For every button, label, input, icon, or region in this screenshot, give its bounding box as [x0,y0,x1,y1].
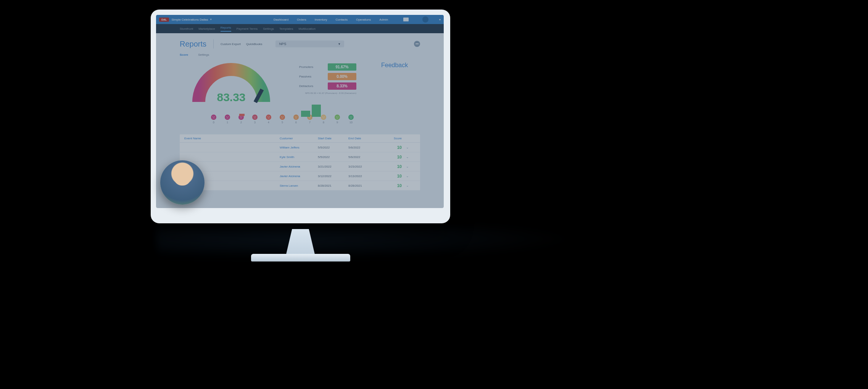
svg-point-3 [226,116,227,117]
svg-point-18 [324,116,325,117]
page-title: Reports [180,40,206,48]
svg-point-8 [255,116,256,117]
face-0-icon [211,115,216,120]
face-5-icon [280,115,285,120]
face-label: 2 [238,121,244,124]
inbox-icon[interactable] [403,18,409,21]
feedback-heading: Feedback [381,62,408,69]
cell-customer[interactable]: Javier Alcinena [280,165,318,168]
testimonial-avatar [160,160,205,205]
tab-settings[interactable]: Settings [198,53,209,56]
subnav-marketplace[interactable]: Marketplace [198,27,215,31]
report-type-select[interactable]: NPS ▾ [275,40,344,47]
subnav-reports[interactable]: Reports [221,26,231,32]
stat-value: 0.00% [328,73,356,80]
col-customer[interactable]: Customer [280,137,318,140]
face-label: 9 [335,121,340,124]
cell-end: 8/28/2021 [348,184,379,187]
nav-dashboard[interactable]: Dashboard [274,18,288,21]
expand-row-icon[interactable]: ⌄ [402,165,413,168]
subnav-payment-terms[interactable]: Payment Terms [237,27,258,31]
svg-point-22 [351,116,352,117]
nav-operations[interactable]: Operations [356,18,371,21]
expand-row-icon[interactable]: ⌄ [402,145,413,149]
monitor-stand-neck [280,229,322,256]
col-end-date[interactable]: End Date [348,137,379,140]
face-label: 3 [252,121,258,124]
face-label: 6 [293,121,299,124]
cell-start: 3/21/2022 [318,165,348,168]
hist-bar-10 [312,105,321,117]
cell-score: 10 [379,183,402,188]
stat-value: 8.33% [328,82,356,90]
report-tabs: Score Settings [156,52,444,58]
cell-start: 5/5/2022 [318,146,348,149]
cell-start: 8/28/2021 [318,184,348,187]
table-row[interactable]: HIGH PEAK Sierra Larsen 8/28/2021 8/28/2… [180,181,420,190]
gauge-value: 83.33 [191,91,271,104]
subnav-templates[interactable]: Templates [279,27,293,31]
monitor-stand-base [251,254,350,261]
cell-end: 5/6/2022 [348,155,379,159]
topbar: DAL Simple Celebrations Dallas ▾ Dashboa… [156,15,444,24]
cell-end: 5/6/2022 [348,146,379,149]
cell-customer[interactable]: William Jeffers [280,146,318,149]
table-row[interactable]: William Jeffers 5/5/2022 5/6/2022 10 ⌄ [180,143,420,152]
cell-customer[interactable]: Sierra Larsen [280,184,318,187]
nav-inventory[interactable]: Inventory [315,18,327,21]
nps-formula: NPS 83.33 = 91.67 (Promoters) - 8.33 (De… [299,92,356,94]
stat-label: Detractors [299,84,328,88]
user-menu-chevron-icon[interactable]: ▾ [439,18,441,21]
cell-start: 3/12/2022 [318,174,348,178]
cell-score: 10 [379,174,402,178]
company-name[interactable]: Simple Celebrations Dallas [171,18,208,21]
remove-button[interactable]: − [414,41,420,47]
table-row[interactable]: Javier Alcinena 3/12/2022 3/13/2022 10 ⌄ [180,171,420,181]
face-label: 1 [225,121,230,124]
stat-label: Promoters [299,65,328,69]
svg-point-5 [240,116,241,117]
responses-table: Event Name Customer Start Date End Date … [180,134,420,190]
subnav-settings[interactable]: Settings [263,27,274,31]
tab-score[interactable]: Score [180,53,188,56]
nps-stats: Promoters 91.67% Passives 0.00% Detracto… [299,63,356,94]
stat-value: 91.67% [328,63,356,71]
expand-row-icon[interactable]: ⌄ [402,184,413,187]
face-6-icon [293,115,299,120]
link-custom-export[interactable]: Custom Export [221,42,241,46]
nav-admin[interactable]: Admin [379,18,388,21]
hist-bar-9 [301,111,310,117]
cell-score: 10 [379,164,402,169]
face-3-icon [252,115,258,120]
nav-orders[interactable]: Orders [297,18,306,21]
svg-point-7 [254,116,254,117]
face-1-icon [225,115,230,120]
col-event-name[interactable]: Event Name [184,137,280,140]
cell-customer[interactable]: Javier Alcinena [280,174,318,178]
expand-row-icon[interactable]: ⌄ [402,155,413,159]
hist-bar-4 [239,114,245,116]
cell-customer[interactable]: Kyle Smith [280,155,318,159]
top-nav: Dashboard Orders Inventory Contacts Oper… [274,16,441,23]
stat-label: Passives [299,75,328,78]
col-start-date[interactable]: Start Date [318,137,348,140]
table-row[interactable]: Javier Alcinena 3/21/2022 3/23/2022 10 ⌄ [180,162,420,171]
nav-contacts[interactable]: Contacts [336,18,348,21]
svg-point-20 [338,116,338,117]
expand-row-icon[interactable]: ⌄ [402,174,413,178]
table-row[interactable]: Kyle Smith 5/5/2022 5/6/2022 10 ⌄ [180,152,420,162]
user-avatar[interactable] [422,16,428,23]
face-label: 10 [348,121,354,124]
face-8-icon [321,115,326,120]
svg-point-9 [267,116,268,117]
face-label: 0 [211,121,216,124]
face-10-icon [348,115,354,120]
subnav-multilocation[interactable]: Multilocation [299,27,316,31]
link-quickbooks[interactable]: QuickBooks [246,42,262,46]
face-9-icon [335,115,340,120]
subnav-storefront[interactable]: Storefront [180,27,193,31]
col-score[interactable]: Score [379,137,402,140]
chevron-down-icon[interactable]: ▾ [210,18,212,21]
stat-passives: Passives 0.00% [299,73,356,80]
stat-promoters: Promoters 91.67% [299,63,356,71]
